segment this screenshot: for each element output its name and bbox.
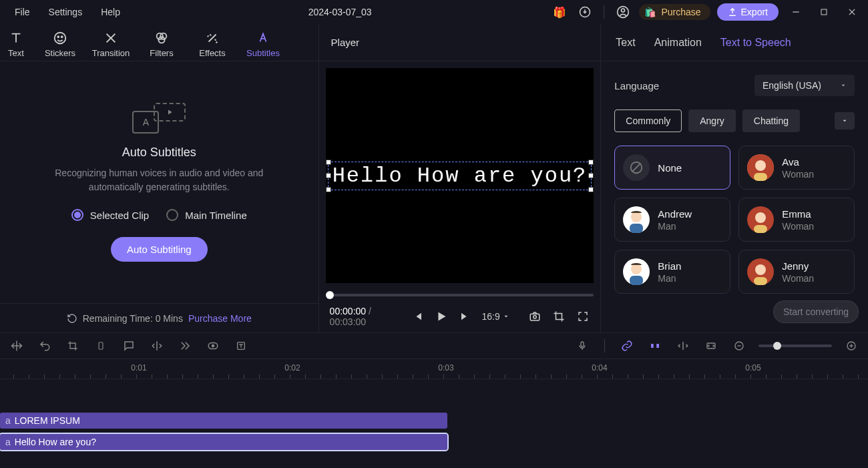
magnet-icon[interactable] [646, 337, 664, 355]
subtitle-clip-1[interactable]: a LOREM IPSUM [0, 413, 447, 429]
clip-prefix: a [5, 415, 11, 426]
device-icon[interactable] [92, 337, 110, 355]
voice-jenny-role: Woman [782, 273, 814, 284]
pill-commonly[interactable]: Commonly [614, 109, 682, 132]
divider [604, 339, 605, 353]
language-label: Language [614, 80, 754, 91]
timeline-ruler[interactable]: 0:01 0:02 0:03 0:04 0:05 [0, 359, 868, 379]
radio-main-timeline[interactable]: Main Timeline [166, 209, 247, 221]
mic-icon[interactable] [574, 337, 591, 355]
purchase-label: Purchase [661, 7, 700, 17]
maximize-button[interactable] [813, 1, 835, 23]
remaining-time-text: Remaining Time: 0 Mins [83, 313, 183, 324]
auto-subtitling-button[interactable]: Auto Subtitling [111, 237, 208, 262]
menu-settings[interactable]: Settings [39, 1, 92, 23]
svg-rect-18 [630, 224, 643, 233]
subtitle-text: Hello How are you? [333, 164, 588, 188]
download-icon[interactable] [576, 3, 594, 21]
account-icon[interactable] [614, 3, 632, 21]
crop-tool-icon[interactable] [64, 337, 81, 355]
comment-icon[interactable] [120, 337, 138, 355]
voice-jenny-name: Jenny [782, 260, 814, 272]
resize-handle[interactable] [326, 187, 331, 192]
tab-filters[interactable]: Filters [139, 29, 184, 58]
pill-more[interactable] [835, 112, 855, 130]
subtitle-clip-2[interactable]: a Hello How are you? [0, 434, 447, 450]
language-select[interactable]: English (USA) [754, 75, 855, 96]
speed-icon[interactable] [176, 337, 194, 355]
avatar-icon [747, 206, 774, 233]
resize-handle[interactable] [588, 187, 594, 192]
voice-andrew[interactable]: Andrew Man [614, 198, 730, 242]
move-tool-icon[interactable] [8, 337, 25, 355]
fit-icon[interactable] [702, 337, 720, 355]
scrubber-knob[interactable] [326, 291, 334, 299]
avatar-icon [623, 258, 650, 285]
gift-icon[interactable]: 🎁 [550, 3, 569, 21]
purchase-more-link[interactable]: Purchase More [188, 313, 252, 324]
next-frame-button[interactable] [458, 307, 473, 326]
resize-handle[interactable] [588, 173, 594, 178]
svg-rect-27 [754, 277, 767, 285]
voice-none[interactable]: None [614, 146, 730, 190]
scrubber[interactable] [326, 290, 594, 300]
tab-stickers[interactable]: Stickers [37, 29, 83, 58]
resize-handle[interactable] [326, 173, 331, 178]
time-separator: / [369, 306, 371, 316]
refresh-icon[interactable] [67, 313, 77, 324]
tab-effects[interactable]: Effects [190, 29, 235, 58]
minimize-button[interactable] [785, 1, 807, 23]
fullscreen-button[interactable] [576, 307, 590, 326]
tab-effects-label: Effects [199, 48, 226, 58]
inspector-tab-animation[interactable]: Animation [654, 37, 702, 49]
bag-icon: 🛍️ [644, 7, 656, 17]
voice-jenny[interactable]: Jenny Woman [738, 250, 855, 294]
radio-selected-clip[interactable]: Selected Clip [71, 209, 149, 221]
svg-rect-10 [531, 314, 540, 320]
snapshot-button[interactable] [528, 307, 543, 326]
subtitle-overlay[interactable]: Hello How are you? [328, 162, 592, 190]
undo-icon[interactable] [36, 337, 53, 355]
zoom-out-icon[interactable] [730, 337, 748, 355]
svg-point-2 [622, 9, 625, 12]
player-title: Player [319, 24, 601, 61]
flip-icon[interactable] [148, 337, 166, 355]
voice-brian[interactable]: Brian Man [614, 250, 730, 294]
voice-ava[interactable]: Ava Woman [738, 146, 855, 190]
crop-button[interactable] [552, 307, 566, 326]
close-button[interactable] [841, 1, 863, 23]
zoom-slider[interactable] [758, 344, 832, 347]
start-converting-button[interactable]: Start converting [773, 300, 859, 323]
pill-angry[interactable]: Angry [688, 109, 736, 132]
svg-point-14 [755, 160, 766, 171]
ruler-tick: 0:03 [438, 363, 453, 373]
none-icon [623, 154, 650, 181]
export-button[interactable]: Export [717, 3, 779, 21]
video-preview[interactable]: Hello How are you? [326, 68, 594, 283]
aspect-ratio-select[interactable]: 16:9 [481, 311, 509, 322]
tab-text[interactable]: Text [0, 29, 32, 58]
text-clip-icon[interactable] [232, 337, 250, 355]
ruler-tick: 0:01 [131, 363, 146, 373]
link-icon[interactable] [618, 337, 636, 355]
inspector-tab-tts[interactable]: Text to Speech [720, 37, 791, 49]
svg-rect-15 [754, 173, 767, 181]
tab-transition[interactable]: Transition [88, 29, 134, 58]
pill-chatting[interactable]: Chatting [742, 109, 800, 132]
inspector-tab-text[interactable]: Text [616, 37, 635, 49]
prev-frame-button[interactable] [410, 307, 425, 326]
zoom-knob[interactable] [773, 342, 781, 350]
auto-subtitle-title: Auto Subtitles [122, 146, 196, 160]
purchase-button[interactable]: 🛍️ Purchase [639, 4, 710, 20]
split-icon[interactable] [674, 337, 692, 355]
menu-file[interactable]: File [5, 1, 39, 23]
resize-handle[interactable] [326, 160, 331, 165]
resize-handle[interactable] [588, 160, 594, 165]
menu-help[interactable]: Help [91, 1, 130, 23]
tab-subtitles[interactable]: Subtitles [240, 29, 286, 58]
zoom-in-icon[interactable] [843, 337, 860, 355]
record-icon[interactable] [204, 337, 222, 355]
play-button[interactable] [434, 307, 449, 326]
voice-emma[interactable]: Emma Woman [738, 198, 855, 242]
timeline-tracks[interactable]: a LOREM IPSUM a Hello How are you? [0, 379, 868, 467]
